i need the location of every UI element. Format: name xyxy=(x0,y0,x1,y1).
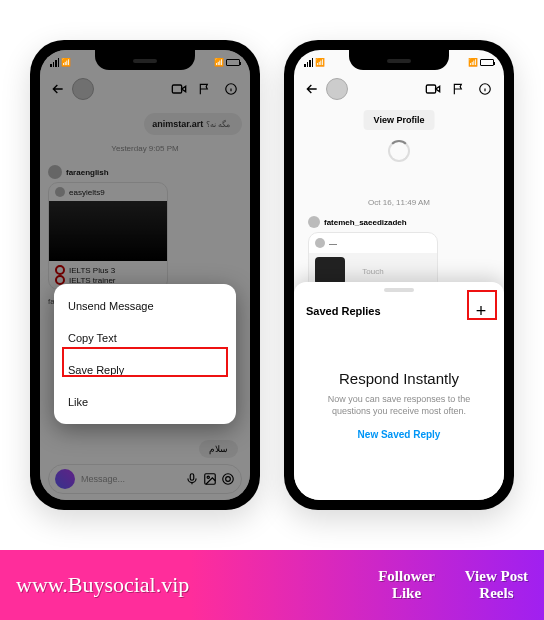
chat-nav xyxy=(294,72,504,106)
promo-footer: www.Buysocial.vip Follower Like View Pos… xyxy=(0,550,544,620)
svg-rect-7 xyxy=(426,85,435,93)
sender-row: fatemeh_saeedizadeh xyxy=(308,216,407,228)
sender-name: fatemeh_saeedizadeh xyxy=(324,218,407,227)
footer-col-2: View Post Reels xyxy=(465,568,528,603)
back-icon[interactable] xyxy=(304,81,320,97)
view-profile-button[interactable]: View Profile xyxy=(364,110,435,130)
dim-overlay xyxy=(40,50,250,500)
phone-left: 📶 📶 xyxy=(30,40,260,510)
card-user: — xyxy=(329,239,337,248)
add-reply-button[interactable]: + xyxy=(470,300,492,322)
video-icon[interactable] xyxy=(424,80,442,98)
menu-unsend[interactable]: Unsend Message xyxy=(54,290,236,322)
phone-notch xyxy=(95,50,195,70)
sheet-hero: Respond Instantly xyxy=(294,370,504,387)
footer-url: www.Buysocial.vip xyxy=(16,572,378,598)
card-avatar xyxy=(315,238,325,248)
sheet-title: Saved Replies xyxy=(306,305,381,317)
saved-replies-sheet: Saved Replies + Respond Instantly Now yo… xyxy=(294,282,504,500)
footer-col-1: Follower Like xyxy=(378,568,435,603)
timestamp: Oct 16, 11:49 AM xyxy=(294,198,504,207)
new-saved-reply-link[interactable]: New Saved Reply xyxy=(294,429,504,440)
flag-icon[interactable] xyxy=(450,80,468,98)
phone-notch xyxy=(349,50,449,70)
menu-copy[interactable]: Copy Text xyxy=(54,322,236,354)
context-menu: Unsend Message Copy Text Save Reply Like xyxy=(54,284,236,424)
menu-save[interactable]: Save Reply xyxy=(54,354,236,386)
sheet-handle[interactable] xyxy=(384,288,414,292)
sender-avatar xyxy=(308,216,320,228)
loading-spinner xyxy=(388,140,410,162)
sheet-desc: Now you can save responses to the questi… xyxy=(294,387,504,417)
menu-like[interactable]: Like xyxy=(54,386,236,418)
phone-right: 📶 📶 xyxy=(284,40,514,510)
card-thumb xyxy=(315,257,345,285)
avatar[interactable] xyxy=(326,78,348,100)
info-icon[interactable] xyxy=(476,80,494,98)
